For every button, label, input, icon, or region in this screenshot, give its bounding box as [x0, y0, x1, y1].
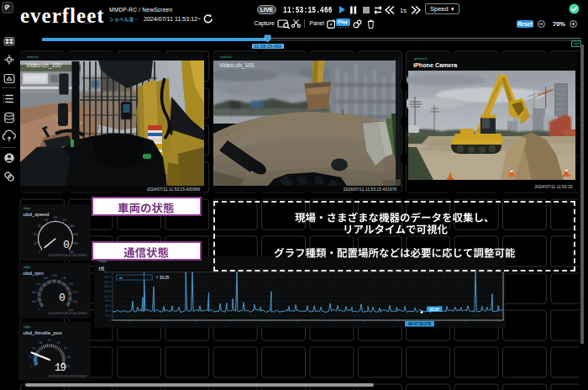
svg-text:2024/07/11 11:53:15.430669: 2024/07/11 11:53:15.430669	[147, 187, 200, 192]
svg-text:140.0: 140.0	[103, 285, 111, 288]
svg-text:19: 19	[55, 362, 66, 374]
svg-text:vehicle: vehicle	[27, 55, 39, 59]
svg-text:800: 800	[32, 291, 37, 294]
svg-text:25: 25	[32, 347, 35, 350]
svg-text:200.0: 200.0	[103, 271, 111, 274]
svg-text:2024/07/11 11:53:15.431878: 2024/07/11 11:53:15.431878	[344, 187, 396, 192]
svg-text:40: 40	[34, 233, 37, 236]
svg-text:100: 100	[53, 216, 57, 219]
svg-text:120.0: 120.0	[103, 290, 111, 293]
svg-text:0: 0	[63, 240, 70, 251]
svg-text:3.2k: 3.2k	[72, 291, 77, 294]
svg-text:Video-ch_100: Video-ch_100	[26, 61, 61, 68]
svg-text:38: 38	[39, 341, 43, 345]
svg-text:160.0: 160.0	[103, 281, 111, 284]
svg-text:33.25: 33.25	[160, 276, 170, 280]
svg-text:180: 180	[73, 242, 77, 245]
svg-text:0: 0	[109, 319, 111, 322]
svg-text:40.0: 40.0	[105, 309, 111, 313]
svg-text:0: 0	[30, 365, 32, 368]
svg-text:2024/08/29 08:47:58.326849: 2024/08/29 08:47:58.326849	[49, 375, 87, 378]
svg-text:140: 140	[70, 224, 74, 228]
svg-text:obd_rpm: obd_rpm	[24, 270, 44, 276]
svg-text:120: 120	[62, 219, 66, 222]
svg-text:3.6k: 3.6k	[72, 300, 77, 303]
svg-text:20: 20	[34, 242, 37, 245]
svg-text:1s: 1s	[400, 7, 407, 14]
svg-text:60: 60	[38, 224, 41, 228]
svg-text:100.0: 100.0	[103, 295, 111, 298]
svg-text:1.6k: 1.6k	[43, 277, 48, 280]
svg-text:edge: edge	[24, 207, 30, 210]
svg-text:2.8k: 2.8k	[68, 282, 73, 286]
svg-text:20.0: 20.0	[105, 314, 111, 318]
svg-text:13: 13	[29, 356, 32, 359]
svg-text:obd_speed: obd_speed	[24, 211, 50, 217]
svg-text:4.0k: 4.0k	[68, 308, 73, 312]
svg-text:iphone1: iphone1	[414, 56, 428, 61]
svg-text:180.0: 180.0	[103, 276, 111, 279]
svg-text:2.0k: 2.0k	[52, 274, 57, 277]
svg-text:0: 0	[59, 292, 66, 304]
svg-text:08:47:58.578: 08:47:58.578	[408, 322, 431, 326]
svg-text:2024/08/29 08:47:58.326849: 2024/08/29 08:47:58.326849	[49, 312, 87, 315]
svg-text:0: 0	[38, 308, 39, 312]
svg-text:63: 63	[57, 341, 60, 345]
svg-text:edge: edge	[24, 325, 30, 329]
svg-text:edge: edge	[24, 266, 30, 269]
svg-text:2.4k: 2.4k	[61, 277, 66, 280]
svg-text:2024/07/11 11:53:15.: 2024/07/11 11:53:15.	[534, 184, 574, 189]
svg-text:1.2k: 1.2k	[36, 282, 41, 286]
svg-text:75: 75	[64, 347, 67, 350]
svg-text:88: 88	[67, 356, 71, 359]
svg-text:50: 50	[48, 339, 51, 342]
svg-text:iPhone Camera: iPhone Camera	[413, 61, 458, 69]
svg-text:80: 80	[45, 219, 49, 222]
svg-text:obd_throttle_pos: obd_throttle_pos	[24, 329, 62, 335]
svg-text:33.25: 33.25	[429, 308, 439, 312]
svg-text:160: 160	[74, 233, 78, 236]
svg-text:vehicle: vehicle	[220, 55, 232, 59]
svg-text:400: 400	[32, 300, 37, 303]
svg-text:80.0: 80.0	[105, 299, 111, 303]
svg-text:60.0: 60.0	[105, 304, 111, 308]
svg-text:2024/08/29 08:47:58.326849: 2024/08/29 08:47:58.326849	[49, 254, 87, 257]
svg-text:100: 100	[66, 365, 71, 368]
svg-text:Video-ch_101: Video-ch_101	[219, 61, 255, 68]
